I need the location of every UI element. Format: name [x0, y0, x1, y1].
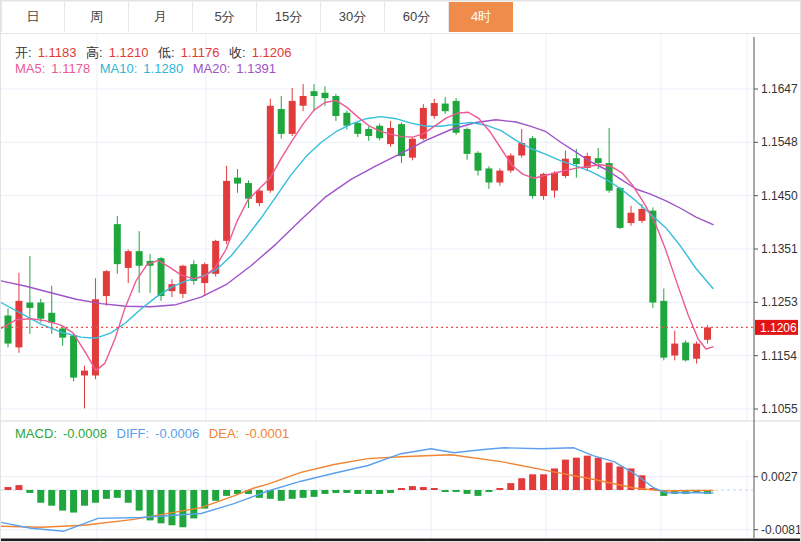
- tab-timeframe-0[interactable]: 日: [1, 2, 65, 32]
- chart-canvas[interactable]: 1.16471.15481.14501.13511.12531.11541.10…: [1, 1, 800, 541]
- ma-header: MA5:1.1178 MA10:1.1280 MA20:1.1391: [15, 61, 282, 76]
- diff-label: DIFF:: [117, 426, 150, 441]
- tab-timeframe-5[interactable]: 30分: [321, 2, 385, 32]
- low-value: 1.1176: [181, 45, 220, 60]
- high-label: 高:: [86, 45, 103, 60]
- ma10-label: MA10:: [100, 61, 138, 76]
- dea-label: DEA:: [209, 426, 239, 441]
- low-label: 低:: [158, 45, 175, 60]
- ma10-value: 1.1280: [143, 61, 183, 76]
- ma20-value: 1.1391: [236, 61, 276, 76]
- high-value: 1.1210: [109, 45, 149, 60]
- ohlc-header: 开:1.1183 高:1.1210 低:1.1176 收:1.1206: [15, 44, 298, 62]
- close-label: 收:: [229, 45, 246, 60]
- macd-axis-label: 0.0027: [761, 470, 798, 484]
- price-axis-label: 1.1154: [761, 349, 797, 363]
- diff-value: -0.0006: [155, 426, 199, 441]
- ma20-label: MA20:: [193, 61, 231, 76]
- kline-chart-widget: 1.16471.15481.14501.13511.12531.11541.10…: [0, 0, 801, 542]
- price-axis-label: 1.1253: [761, 295, 798, 309]
- macd-axis-label: -0.0081: [761, 523, 800, 537]
- dea-value: -0.0001: [245, 426, 289, 441]
- price-axis-label: 1.1548: [761, 135, 798, 149]
- price-axis-label: 1.1351: [761, 242, 798, 256]
- ma5-label: MA5:: [15, 61, 45, 76]
- tab-timeframe-4[interactable]: 15分: [257, 2, 321, 32]
- macd-header: MACD:-0.0008 DIFF:-0.0006 DEA:-0.0001: [15, 426, 295, 441]
- tab-timeframe-1[interactable]: 周: [65, 2, 129, 32]
- macd-value: -0.0008: [63, 426, 107, 441]
- price-axis-label: 1.1450: [761, 189, 798, 203]
- price-axis-label: 1.1647: [761, 82, 798, 96]
- macd-label: MACD:: [15, 426, 57, 441]
- tab-timeframe-2[interactable]: 月: [129, 2, 193, 32]
- tab-timeframe-6[interactable]: 60分: [385, 2, 449, 32]
- tab-timeframe-3[interactable]: 5分: [193, 2, 257, 32]
- open-label: 开:: [15, 45, 32, 60]
- last-price-badge: 1.1206: [760, 321, 797, 335]
- ma5-value: 1.1178: [51, 61, 90, 76]
- timeframe-tabbar: 日周月5分15分30分60分4时: [1, 1, 800, 34]
- close-value: 1.1206: [252, 45, 292, 60]
- price-axis-label: 1.1055: [761, 402, 798, 416]
- tab-timeframe-7[interactable]: 4时: [449, 2, 513, 32]
- open-value: 1.1183: [38, 45, 77, 60]
